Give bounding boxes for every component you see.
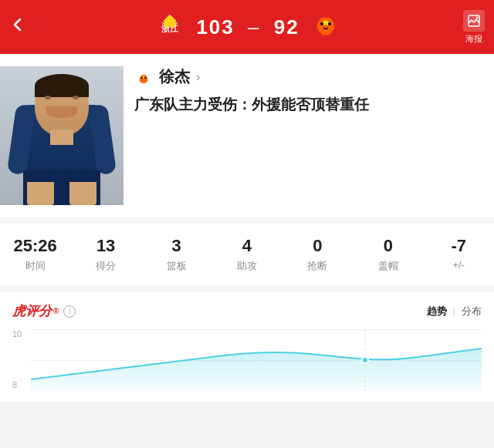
team-away-logo: [309, 10, 343, 44]
chart-fill-area: [31, 349, 482, 391]
chart-indicator-dot: [362, 357, 368, 363]
y-label-10: 10: [12, 329, 22, 339]
stat-item: -7+/-: [431, 236, 486, 271]
stat-value: 3: [171, 236, 181, 256]
stat-value: 0: [384, 236, 393, 256]
chart-info-button[interactable]: i: [63, 305, 76, 318]
stat-item: 3篮板: [150, 236, 204, 273]
team-home-logo: 浙江: [153, 10, 187, 44]
chart-tabs: 趋势 | 分布: [427, 305, 482, 318]
stat-value: -7: [451, 236, 466, 256]
svg-point-2: [320, 22, 323, 25]
header: 浙江 103 – 92: [0, 0, 494, 54]
article-title: 广东队主力受伤：外援能否顶替重任: [134, 95, 482, 116]
player-card: 徐杰 › 广东队主力受伤：外援能否顶替重任: [0, 54, 494, 217]
stat-label: 盖帽: [378, 259, 398, 273]
player-photo: [0, 66, 124, 205]
chart-svg: [31, 329, 482, 391]
svg-point-5: [476, 16, 479, 19]
poster-icon: [463, 10, 485, 32]
poster-label: 海报: [465, 33, 482, 45]
stat-item: 0盖帽: [361, 236, 415, 273]
stat-value: 25:26: [14, 236, 57, 256]
chart-title-area: 虎评分® i: [12, 302, 76, 320]
stat-item: 0抢断: [290, 236, 344, 273]
stat-label: 篮板: [167, 259, 187, 273]
chart-brand-text: 虎评分: [12, 302, 52, 320]
svg-point-3: [328, 22, 331, 25]
stat-item: 4助攻: [220, 236, 274, 273]
stat-label: 助攻: [237, 259, 257, 273]
poster-button[interactable]: 海报: [463, 10, 485, 45]
stat-label: 时间: [25, 259, 46, 273]
stat-label: 得分: [96, 259, 116, 273]
score-separator: –: [248, 15, 260, 39]
chart-info-icon-text: i: [69, 307, 70, 315]
player-link-arrow[interactable]: ›: [196, 70, 200, 84]
chart-section: 虎评分® i 趋势 | 分布 10 8: [0, 291, 494, 402]
score-area: 浙江 103 – 92: [32, 10, 463, 44]
tab-distribution[interactable]: 分布: [462, 305, 482, 318]
chart-canvas: [31, 329, 482, 391]
chart-header: 虎评分® i 趋势 | 分布: [12, 302, 482, 320]
tab-trend[interactable]: 趋势: [427, 305, 447, 318]
stats-section: 25:26时间13得分3篮板4助攻0抢断0盖帽-7+/-: [0, 224, 494, 285]
stat-item: 25:26时间: [8, 236, 63, 273]
stat-value: 13: [96, 236, 115, 256]
chart-brand-suffix: ®: [53, 307, 59, 315]
player-info: 徐杰 › 广东队主力受伤：外援能否顶替重任: [124, 66, 482, 116]
svg-point-7: [144, 76, 146, 78]
svg-point-6: [141, 76, 143, 78]
stat-item: 13得分: [79, 236, 133, 273]
chart-brand: 虎评分®: [12, 302, 59, 320]
stats-row: 25:26时间13得分3篮板4助攻0抢断0盖帽-7+/-: [0, 236, 494, 273]
stat-value: 4: [242, 236, 252, 256]
stat-label: 抢断: [307, 259, 327, 273]
chart-area: 10 8: [12, 329, 482, 391]
chart-y-labels: 10 8: [12, 329, 22, 391]
score-display: 103 – 92: [196, 15, 299, 39]
player-name: 徐杰: [159, 66, 190, 87]
stat-label: +/-: [452, 259, 465, 271]
back-button[interactable]: [9, 16, 32, 38]
player-name-row: 徐杰 ›: [134, 66, 482, 87]
stat-value: 0: [313, 236, 322, 256]
tab-divider: |: [453, 305, 455, 317]
player-team-badge: [134, 68, 153, 86]
y-label-8: 8: [12, 380, 22, 389]
